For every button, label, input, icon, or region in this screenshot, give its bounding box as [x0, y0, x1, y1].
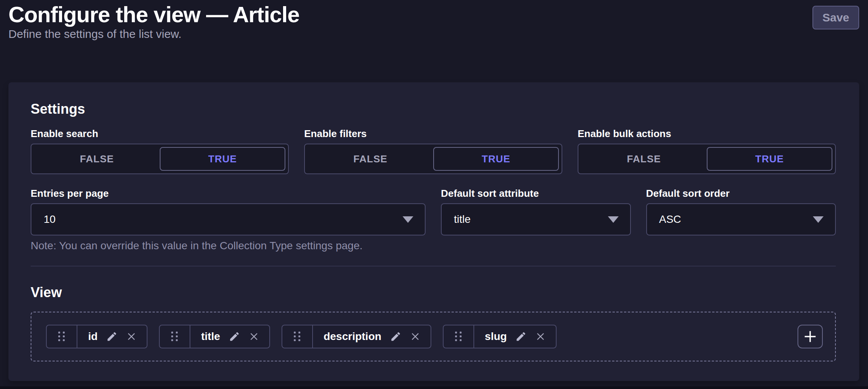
- remove-field-button[interactable]: [535, 331, 546, 342]
- enable-search-label: Enable search: [31, 129, 289, 139]
- field-default-sort-order: Default sort order ASC: [646, 188, 836, 252]
- pencil-icon: [229, 331, 240, 342]
- edit-field-button[interactable]: [106, 331, 118, 342]
- drag-handle[interactable]: [444, 325, 474, 348]
- enable-search-toggle: FALSE TRUE: [31, 144, 289, 174]
- edit-field-button[interactable]: [515, 331, 527, 342]
- chip-label: title: [201, 330, 220, 343]
- drag-handle[interactable]: [282, 325, 313, 348]
- pencil-icon: [515, 331, 527, 342]
- enable-bulk-actions-toggle: FALSE TRUE: [578, 144, 836, 174]
- page-subtitle: Define the settings of the list view.: [8, 28, 859, 41]
- field-chip-id[interactable]: id: [46, 325, 147, 348]
- default-sort-attribute-value: title: [454, 213, 471, 226]
- enable-filters-true-option[interactable]: TRUE: [433, 147, 559, 171]
- drag-handle[interactable]: [47, 325, 77, 348]
- close-icon: [126, 331, 137, 342]
- drag-handle[interactable]: [160, 325, 190, 348]
- field-enable-filters: Enable filters FALSE TRUE: [304, 129, 562, 174]
- entries-per-page-value: 10: [44, 213, 56, 226]
- field-entries-per-page: Entries per page 10 Note: You can overri…: [31, 188, 426, 252]
- enable-bulk-actions-label: Enable bulk actions: [578, 129, 836, 139]
- settings-grid: Enable search FALSE TRUE Enable filters …: [31, 129, 836, 252]
- save-button[interactable]: Save: [812, 6, 859, 29]
- settings-heading: Settings: [31, 102, 836, 116]
- close-icon: [535, 331, 546, 342]
- chevron-down-icon: [403, 216, 413, 223]
- edit-field-button[interactable]: [229, 331, 240, 342]
- entries-per-page-note: Note: You can override this value in the…: [31, 240, 426, 252]
- settings-card: Settings Enable search FALSE TRUE Enable…: [8, 82, 859, 381]
- chevron-down-icon: [608, 216, 619, 223]
- chip-label: description: [324, 330, 382, 343]
- default-sort-order-label: Default sort order: [646, 188, 836, 198]
- default-sort-order-value: ASC: [659, 213, 681, 226]
- section-divider: [31, 266, 836, 266]
- enable-filters-label: Enable filters: [304, 129, 562, 139]
- view-heading: View: [31, 286, 836, 299]
- default-sort-attribute-label: Default sort attribute: [441, 188, 631, 198]
- field-chip-slug[interactable]: slug: [443, 325, 557, 348]
- enable-bulk-actions-false-option[interactable]: FALSE: [581, 147, 707, 171]
- add-field-button[interactable]: [798, 325, 823, 348]
- viewport-bottom-edge: [0, 386, 868, 389]
- enable-bulk-actions-true-option[interactable]: TRUE: [707, 147, 832, 171]
- pencil-icon: [390, 331, 401, 342]
- field-enable-bulk-actions: Enable bulk actions FALSE TRUE: [578, 129, 836, 174]
- pencil-icon: [106, 331, 118, 342]
- chip-label: slug: [485, 330, 507, 343]
- chevron-down-icon: [813, 216, 824, 223]
- enable-filters-toggle: FALSE TRUE: [304, 144, 562, 174]
- page-header: Configure the view — Article Define the …: [8, 0, 859, 41]
- edit-field-button[interactable]: [390, 331, 401, 342]
- settings-section: Settings Enable search FALSE TRUE Enable…: [31, 102, 836, 252]
- page-title: Configure the view — Article: [8, 4, 859, 25]
- drag-dots-icon: [454, 330, 463, 343]
- remove-field-button[interactable]: [126, 331, 137, 342]
- entries-per-page-select[interactable]: 10: [31, 203, 426, 235]
- remove-field-button[interactable]: [410, 331, 421, 342]
- plus-icon: [803, 329, 817, 344]
- enable-filters-false-option[interactable]: FALSE: [308, 147, 433, 171]
- close-icon: [249, 331, 259, 342]
- entries-per-page-label: Entries per page: [31, 188, 426, 198]
- field-chip-description[interactable]: description: [282, 325, 431, 348]
- field-enable-search: Enable search FALSE TRUE: [31, 129, 289, 174]
- enable-search-true-option[interactable]: TRUE: [160, 147, 285, 171]
- drag-dots-icon: [292, 330, 302, 343]
- view-section: View id: [31, 286, 836, 361]
- remove-field-button[interactable]: [249, 331, 259, 342]
- field-layout-dropzone: id: [31, 312, 836, 361]
- drag-dots-icon: [57, 330, 67, 343]
- configure-view-page: Configure the view — Article Define the …: [0, 0, 868, 381]
- field-chip-title[interactable]: title: [159, 325, 270, 348]
- default-sort-attribute-select[interactable]: title: [441, 203, 631, 235]
- drag-dots-icon: [170, 330, 180, 343]
- enable-search-false-option[interactable]: FALSE: [34, 147, 160, 171]
- close-icon: [410, 331, 421, 342]
- field-default-sort-attribute: Default sort attribute title: [441, 188, 631, 252]
- default-sort-order-select[interactable]: ASC: [646, 203, 836, 235]
- chip-label: id: [88, 330, 98, 343]
